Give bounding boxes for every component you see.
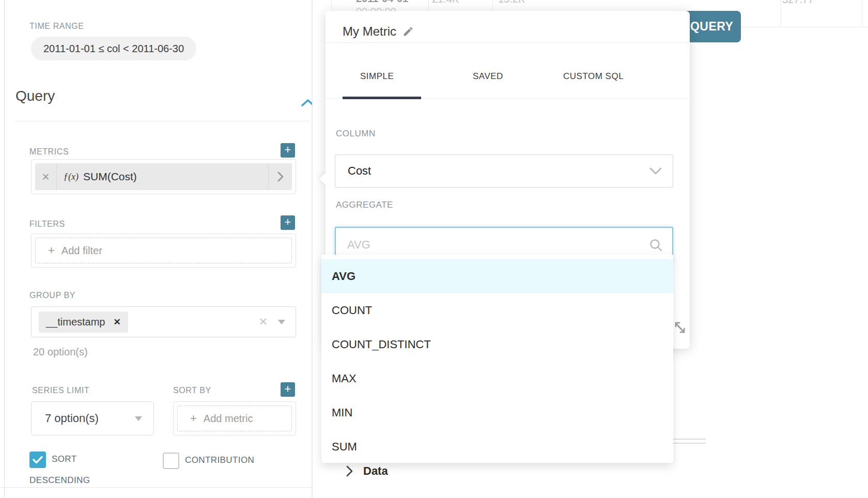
tab-saved[interactable]: SAVED <box>473 71 503 82</box>
add-filter-plus-button[interactable]: + <box>281 215 295 230</box>
section-divider <box>16 121 310 121</box>
chevron-right-icon[interactable] <box>268 163 292 190</box>
time-range-label: TIME RANGE <box>29 22 84 31</box>
metrics-label: METRICS <box>29 147 69 157</box>
aggregate-option-max[interactable]: MAX <box>321 362 673 396</box>
table-cell: 2011-04-01 <box>356 0 408 5</box>
aggregate-label: AGGREGATE <box>336 200 393 210</box>
group-by-tag-label: __timestamp <box>46 316 105 328</box>
plus-icon: + <box>48 244 55 257</box>
filters-container: + Add filter <box>31 234 296 268</box>
group-by-tag[interactable]: __timestamp ✕ <box>39 312 128 333</box>
add-metric-plus-button[interactable]: + <box>281 143 295 158</box>
aggregate-option-avg[interactable]: AVG <box>321 259 673 293</box>
series-limit-select[interactable]: 7 option(s) <box>31 401 154 435</box>
add-sort-metric-button[interactable]: + Add metric <box>177 406 292 431</box>
column-value: Cost <box>348 164 371 178</box>
sort-descending-field: SORT DESCENDING <box>29 448 107 491</box>
panel-edge-line <box>4 0 5 498</box>
remove-metric-icon[interactable]: ✕ <box>35 163 57 190</box>
tab-simple[interactable]: SIMPLE <box>360 71 394 82</box>
data-panel-title: Data <box>363 464 388 478</box>
series-limit-label: SERIES LIMIT <box>32 386 89 395</box>
active-tab-underline <box>343 97 421 99</box>
group-by-options-hint: 20 option(s) <box>33 346 88 358</box>
time-range-pill[interactable]: 2011-01-01 ≤ col < 2011-06-30 <box>31 37 196 60</box>
contribution-field: CONTRIBUTION <box>163 449 297 471</box>
aggregate-placeholder: AVG <box>347 238 370 252</box>
aggregate-dropdown: AVGCOUNTCOUNT_DISTINCTMAXMINSUM <box>321 255 673 463</box>
chevron-right-icon <box>346 465 353 477</box>
add-filter-label: Add filter <box>61 245 102 257</box>
popover-title: My Metric <box>343 24 396 39</box>
sort-descending-checkbox[interactable] <box>29 452 46 468</box>
sort-by-label: SORT BY <box>173 386 211 395</box>
remove-tag-icon[interactable]: ✕ <box>114 317 121 328</box>
edit-pencil-icon[interactable] <box>402 26 414 37</box>
group-by-select[interactable]: __timestamp ✕ ✕ <box>31 306 296 337</box>
aggregate-option-count[interactable]: COUNT <box>321 293 673 328</box>
caret-down-icon[interactable] <box>278 320 285 324</box>
search-icon <box>649 238 663 252</box>
query-section-title: Query <box>16 88 55 104</box>
contribution-label: CONTRIBUTION <box>185 455 254 465</box>
column-select[interactable]: Cost <box>335 154 673 188</box>
column-label: COLUMN <box>336 129 376 139</box>
add-filter-button[interactable]: + Add filter <box>35 238 292 263</box>
control-panel: TIME RANGE 2011-01-01 ≤ col < 2011-06-30… <box>0 0 312 498</box>
add-sort-metric-label: Add metric <box>204 413 253 425</box>
data-panel-header[interactable]: Data <box>346 464 388 478</box>
popover-header-divider <box>326 42 690 43</box>
sort-by-container: + Add metric <box>173 401 296 435</box>
resize-diagonal-icon[interactable] <box>674 321 686 334</box>
table-cell: 21.4K <box>432 0 459 5</box>
chevron-down-icon <box>649 167 662 175</box>
plus-icon: + <box>190 412 197 425</box>
clear-icon[interactable]: ✕ <box>258 316 268 328</box>
add-sort-plus-button[interactable]: + <box>281 382 295 397</box>
panel-bottom-divider <box>0 487 312 488</box>
aggregate-option-sum[interactable]: SUM <box>321 430 673 463</box>
contribution-checkbox[interactable] <box>163 453 179 469</box>
series-limit-value: 7 option(s) <box>45 412 99 425</box>
aggregate-option-min[interactable]: MIN <box>321 396 673 430</box>
aggregate-option-count_distinct[interactable]: COUNT_DISTINCT <box>321 328 673 362</box>
filters-label: FILTERS <box>29 220 65 229</box>
metric-name: SUM(Cost) <box>83 170 137 183</box>
metrics-container: ✕ ƒ(x) SUM(Cost) <box>31 159 296 194</box>
metric-pill[interactable]: ✕ ƒ(x) SUM(Cost) <box>35 163 292 190</box>
caret-down-icon <box>135 416 142 421</box>
table-gridline <box>862 0 862 27</box>
function-icon: ƒ(x) <box>64 172 79 182</box>
table-cell: 327.77 <box>782 0 814 6</box>
table-gridline <box>781 0 781 27</box>
group-by-label: GROUP BY <box>29 291 75 300</box>
tab-custom-sql[interactable]: CUSTOM SQL <box>563 71 624 82</box>
table-cell: 15.2K <box>498 0 525 5</box>
